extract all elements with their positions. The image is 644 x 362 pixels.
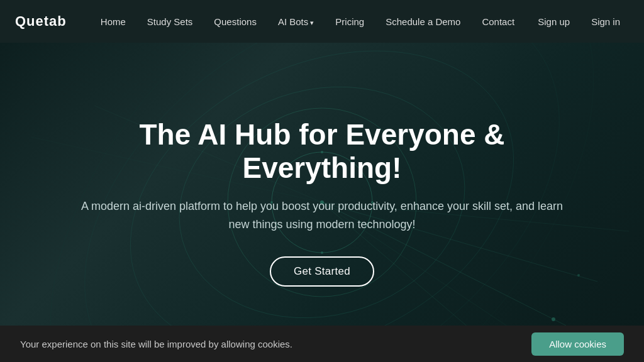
nav-home[interactable]: Home — [92, 11, 135, 32]
nav-study-sets[interactable]: Study Sets — [138, 11, 202, 32]
cookie-message: Your experience on this site will be imp… — [20, 339, 292, 349]
navbar: Quetab Home Study Sets Questions AI Bots… — [0, 0, 644, 43]
hero-subtitle: A modern ai-driven platform to help you … — [77, 197, 567, 234]
nav-pricing[interactable]: Pricing — [326, 11, 373, 32]
nav-contact[interactable]: Contact — [473, 11, 523, 32]
nav-signup[interactable]: Sign up — [529, 11, 579, 32]
hero-title: The AI Hub for Everyone & Everything! — [77, 118, 567, 185]
logo[interactable]: Quetab — [15, 13, 67, 30]
nav-signin[interactable]: Sign in — [582, 11, 629, 32]
allow-cookies-button[interactable]: Allow cookies — [531, 332, 624, 356]
svg-point-18 — [552, 317, 555, 321]
nav-auth: Sign up Sign in — [529, 11, 629, 32]
hero-section: The AI Hub for Everyone & Everything! A … — [0, 43, 644, 362]
hero-content: The AI Hub for Everyone & Everything! A … — [52, 118, 592, 286]
nav-ai-bots[interactable]: AI Bots — [269, 11, 323, 32]
nav-schedule-demo[interactable]: Schedule a Demo — [377, 11, 469, 32]
nav-links: Home Study Sets Questions AI Bots Pricin… — [92, 11, 529, 32]
nav-questions[interactable]: Questions — [205, 11, 265, 32]
hero-cta-button[interactable]: Get Started — [270, 256, 374, 287]
cookie-banner: Your experience on this site will be imp… — [0, 326, 644, 362]
